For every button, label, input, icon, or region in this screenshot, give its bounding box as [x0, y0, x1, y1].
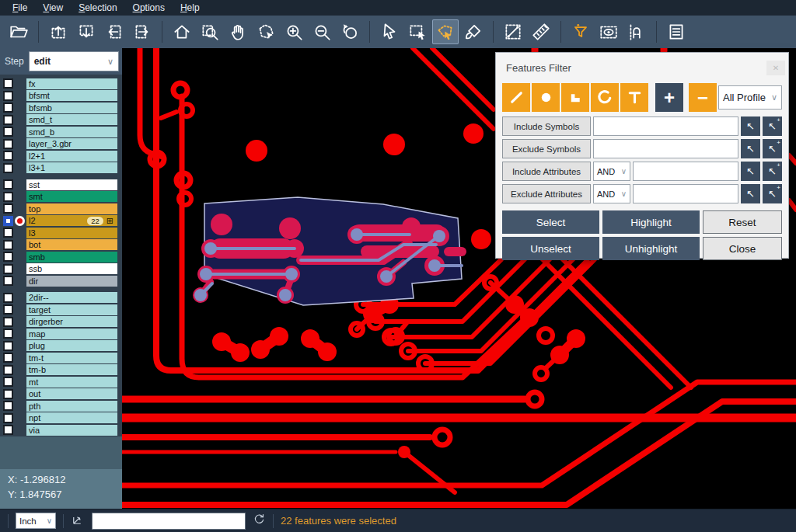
layer-visibility-checkbox[interactable]	[3, 78, 13, 89]
layer-name-band[interactable]: top	[26, 203, 117, 214]
layer-name-band[interactable]: 2dir--	[26, 292, 117, 303]
layer-row-via[interactable]: via	[0, 424, 122, 436]
layer-visibility-checkbox[interactable]	[3, 389, 13, 399]
exclude-mode-button[interactable]: −	[689, 83, 717, 112]
open-folder-button[interactable]	[5, 19, 32, 44]
layer-visibility-checkbox[interactable]	[3, 276, 13, 286]
zoom-polygon-button[interactable]	[253, 19, 279, 44]
layer-name-band[interactable]: out	[26, 388, 117, 399]
exclude-symbols-button[interactable]: Exclude Symbols	[502, 139, 591, 158]
filter-arc-button[interactable]	[591, 83, 619, 112]
layer-visibility-checkbox[interactable]	[3, 115, 13, 125]
layer-visibility-checkbox[interactable]	[3, 252, 13, 262]
pick-from-canvas-button[interactable]: ↖	[741, 162, 760, 181]
exclude-attributes-operator-select[interactable]: AND∨	[593, 184, 630, 203]
layer-row-out[interactable]: out	[0, 388, 122, 401]
zoom-out-button[interactable]	[309, 19, 335, 44]
layer-name-band[interactable]: via	[26, 425, 117, 436]
reset-button[interactable]: Reset	[703, 210, 782, 234]
layers-panel-button[interactable]	[663, 19, 690, 44]
layer-visibility-checkbox[interactable]	[3, 293, 13, 303]
pan-right-button[interactable]	[129, 19, 155, 44]
filter-text-button[interactable]	[620, 83, 648, 112]
layer-visibility-checkbox[interactable]	[3, 103, 13, 113]
layer-row-fx[interactable]: fx	[0, 78, 122, 90]
layer-name-band[interactable]: l3	[26, 228, 117, 238]
layer-name-band[interactable]: mt	[26, 377, 117, 388]
layer-name-band[interactable]: npt	[26, 412, 117, 423]
view-area-button[interactable]	[595, 19, 622, 44]
layer-row-top[interactable]: top	[0, 203, 122, 215]
select-button[interactable]: Select	[502, 210, 599, 234]
layer-row-tm-b[interactable]: tm-b	[0, 364, 122, 377]
layer-name-band[interactable]: bfsmt	[26, 90, 117, 101]
layer-row-target[interactable]: target	[0, 304, 122, 316]
pick-from-canvas-button[interactable]: ↖	[741, 139, 760, 158]
zoom-area-button[interactable]	[197, 19, 223, 44]
layer-visibility-checkbox[interactable]	[3, 401, 13, 411]
layer-row-dirgerber[interactable]: dirgerber	[0, 316, 122, 329]
brush-button[interactable]	[460, 19, 487, 44]
layer-name-band[interactable]: tm-t	[26, 353, 117, 363]
select-rect-button[interactable]	[404, 19, 431, 44]
layer-row-ssb[interactable]: ssb	[0, 263, 122, 276]
layer-visibility-checkbox[interactable]	[3, 192, 13, 202]
layer-row-mt[interactable]: mt	[0, 376, 122, 388]
layer-name-band[interactable]: smd_b	[26, 127, 117, 137]
layer-row-dir[interactable]: dir	[0, 275, 122, 287]
layer-row-smb[interactable]: smb	[0, 251, 122, 263]
layer-name-band[interactable]: bfsmb	[26, 103, 117, 113]
close-button[interactable]: Close	[703, 237, 782, 260]
layer-row-l2[interactable]: l222⊞	[0, 215, 122, 228]
layer-visibility-checkbox[interactable]	[3, 353, 13, 363]
layer-row-layer_3.gbr[interactable]: layer_3.gbr	[0, 138, 122, 151]
layer-visibility-checkbox[interactable]	[3, 163, 13, 173]
pick-from-canvas-button[interactable]: ↖	[741, 184, 760, 203]
layer-visibility-checkbox[interactable]	[3, 264, 13, 274]
layer-row-l3[interactable]: l3	[0, 227, 122, 239]
filter-pad-button[interactable]	[532, 83, 560, 112]
profile-select[interactable]: All Profile∨	[718, 85, 782, 110]
select-arrow-button[interactable]	[376, 19, 403, 44]
include-symbols-input[interactable]	[593, 116, 738, 136]
layer-visibility-checkbox[interactable]	[3, 203, 13, 214]
filter-line-button[interactable]	[502, 83, 530, 112]
menu-selection[interactable]: Selection	[71, 2, 124, 15]
exclude-symbols-input[interactable]	[593, 139, 738, 158]
zoom-in-button[interactable]	[281, 19, 307, 44]
layer-visibility-checkbox[interactable]	[3, 179, 13, 190]
layer-name-band[interactable]: bot	[26, 239, 117, 250]
close-icon[interactable]: ✕	[766, 61, 785, 75]
layer-row-l3+1[interactable]: l3+1	[0, 162, 122, 175]
menu-help[interactable]: Help	[173, 2, 208, 15]
pan-up-button[interactable]	[45, 19, 72, 44]
layer-row-l2+1[interactable]: l2+1	[0, 150, 122, 162]
layer-row-plug[interactable]: plug	[0, 340, 122, 353]
layer-row-map[interactable]: map	[0, 328, 122, 340]
layer-name-band[interactable]: dir	[26, 276, 117, 287]
layer-row-bfsmt[interactable]: bfsmt	[0, 90, 122, 103]
layer-row-smt[interactable]: smt	[0, 191, 122, 203]
refresh-icon[interactable]	[253, 513, 266, 529]
layer-visibility-checkbox[interactable]	[3, 151, 13, 161]
dialog-title-bar[interactable]: Features Filter ✕	[496, 53, 788, 78]
include-attributes-operator-select[interactable]: AND∨	[593, 162, 630, 181]
include-attributes-button[interactable]: Include Attributes	[502, 162, 591, 181]
unhighlight-button[interactable]: Unhighlight	[602, 237, 700, 260]
layer-name-band[interactable]: smb	[26, 252, 117, 263]
measure-line-button[interactable]	[500, 19, 526, 44]
layer-name-band[interactable]: plug	[26, 340, 117, 351]
layer-name-band[interactable]: pth	[26, 401, 117, 412]
pick-add-from-canvas-button[interactable]: ↖+	[763, 162, 782, 181]
selection-region[interactable]	[193, 197, 462, 305]
menu-options[interactable]: Options	[125, 2, 173, 15]
exclude-attributes-button[interactable]: Exclude Attributes	[502, 184, 591, 203]
units-select[interactable]: Inch ∨	[16, 513, 56, 529]
include-attributes-input[interactable]	[633, 162, 738, 181]
pan-left-button[interactable]	[101, 19, 127, 44]
layer-name-band[interactable]: sst	[26, 179, 117, 190]
layer-name-band[interactable]: layer_3.gbr	[26, 138, 117, 149]
pick-add-from-canvas-button[interactable]: ↖+	[763, 184, 782, 203]
layer-visibility-checkbox[interactable]	[3, 240, 13, 250]
layer-name-band[interactable]: fx	[26, 78, 117, 89]
